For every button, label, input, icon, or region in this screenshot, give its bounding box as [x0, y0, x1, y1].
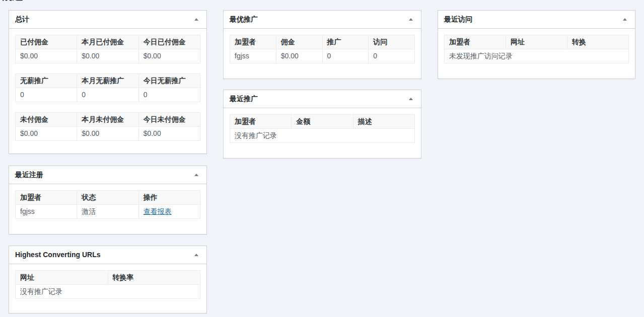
empty-state-text: 没有推广记录: [16, 285, 200, 299]
column-header: 今日未付佣金: [138, 113, 200, 127]
table-cell: $0.00: [16, 49, 77, 63]
column-header: 本月未付佣金: [77, 113, 138, 127]
table-row: fgjss 激活 查看报表: [16, 205, 200, 219]
panel-recent-registrations-header[interactable]: 最近注册: [9, 166, 206, 184]
panel-recent-registrations-body: 加盟者 状态 操作 fgjss 激活 查看报表: [9, 184, 206, 225]
table-cell: $0.00: [16, 127, 77, 141]
column-header: 加盟者: [230, 35, 276, 49]
empty-state-row: 没有推广记录: [16, 285, 200, 299]
panel-top-affiliates: 最优推广 加盟者 佣金 推广 访问 fgjss $0.00 0 0: [223, 10, 421, 79]
column-header: 加盟者: [230, 115, 292, 129]
table-cell: $0.00: [276, 49, 322, 63]
triangle-up-icon: [194, 18, 198, 21]
column-header: 操作: [138, 191, 200, 205]
empty-state-text: 没有推广记录: [230, 129, 415, 143]
panel-top-affiliates-body: 加盟者 佣金 推广 访问 fgjss $0.00 0 0: [224, 29, 421, 69]
panel-recent-registrations-title: 最近注册: [15, 170, 43, 180]
panel-highest-converting-urls-header[interactable]: Highest Converting URLs: [9, 246, 206, 264]
panel-highest-converting-urls: Highest Converting URLs 网址 转换率 没有推广记录: [9, 246, 207, 313]
collapse-toggle-button[interactable]: [190, 14, 202, 26]
empty-state-text: 未发现推广访问记录: [445, 49, 629, 63]
panel-recent-visits-header[interactable]: 最近访问: [438, 11, 635, 29]
table-row: fgjss $0.00 0 0: [230, 49, 415, 63]
panel-highest-converting-urls-title: Highest Converting URLs: [15, 250, 101, 260]
collapse-toggle-button[interactable]: [190, 249, 202, 261]
panel-recent-referrals-title: 最近推广: [230, 94, 258, 104]
panel-totals: 总计 已付佣金 本月已付佣金 今日已付佣金 $0.00 $0.00 $0.00: [9, 10, 207, 154]
column-header: 佣金: [276, 35, 322, 49]
page-title-clip: 概述: [1, 0, 36, 3]
column-header: 已付佣金: [16, 35, 77, 49]
table-row: $0.00 $0.00 $0.00: [16, 127, 200, 141]
column-header: 今日无薪推广: [138, 74, 200, 88]
column-header: 今日已付佣金: [138, 35, 200, 49]
table-cell: 0: [138, 88, 200, 102]
status-cell: 激活: [77, 205, 138, 219]
collapse-toggle-button[interactable]: [405, 93, 417, 105]
unpaid-earnings-table: 未付佣金 本月未付佣金 今日未付佣金 $0.00 $0.00 $0.00: [15, 112, 200, 141]
panel-highest-converting-urls-body: 网址 转换率 没有推广记录: [9, 264, 206, 305]
table-cell: $0.00: [77, 49, 138, 63]
triangle-up-icon: [194, 254, 198, 256]
highest-converting-urls-table: 网址 转换率 没有推广记录: [15, 270, 200, 299]
table-cell: 0: [369, 49, 415, 63]
column-header: 转换: [567, 35, 629, 49]
page-title: 概述: [1, 0, 36, 2]
table-row: 0 0 0: [16, 88, 200, 102]
column-header: 状态: [77, 191, 138, 205]
paid-earnings-table: 已付佣金 本月已付佣金 今日已付佣金 $0.00 $0.00 $0.00: [15, 35, 200, 63]
recent-registrations-table: 加盟者 状态 操作 fgjss 激活 查看报表: [15, 190, 200, 219]
table-row: $0.00 $0.00 $0.00: [16, 49, 200, 63]
top-affiliates-table: 加盟者 佣金 推广 访问 fgjss $0.00 0 0: [230, 35, 415, 63]
affiliate-name-cell: fgjss: [230, 49, 276, 63]
panel-recent-visits: 最近访问 加盟者 网址 转换 未发现推广访问记录: [438, 10, 635, 79]
table-cell: 0: [16, 88, 77, 102]
panel-recent-visits-body: 加盟者 网址 转换 未发现推广访问记录: [438, 29, 635, 69]
panel-totals-header[interactable]: 总计: [9, 11, 206, 29]
empty-state-row: 没有推广记录: [230, 129, 415, 143]
column-header: 推广: [322, 35, 369, 49]
recent-visits-table: 加盟者 网址 转换 未发现推广访问记录: [444, 35, 629, 63]
column-header: 网址: [506, 35, 567, 49]
triangle-up-icon: [194, 174, 198, 176]
table-cell: $0.00: [138, 127, 200, 141]
panel-recent-referrals: 最近推广 加盟者 金额 描述 没有推广记录: [223, 90, 421, 158]
collapse-toggle-button[interactable]: [405, 14, 417, 26]
table-cell: 0: [77, 88, 138, 102]
collapse-toggle-button[interactable]: [190, 169, 202, 181]
panel-top-affiliates-header[interactable]: 最优推广: [224, 11, 421, 29]
panel-recent-visits-title: 最近访问: [444, 15, 472, 25]
empty-state-row: 未发现推广访问记录: [445, 49, 629, 63]
panel-recent-referrals-header[interactable]: 最近推广: [224, 90, 421, 108]
panel-recent-referrals-body: 加盟者 金额 描述 没有推广记录: [224, 108, 421, 149]
column-header: 加盟者: [16, 191, 77, 205]
table-cell: $0.00: [138, 49, 200, 63]
panel-recent-registrations: 最近注册 加盟者 状态 操作 fgjss 激活 查看报表: [9, 166, 207, 234]
column-header: 金额: [292, 115, 353, 129]
panel-top-affiliates-title: 最优推广: [230, 15, 258, 25]
triangle-up-icon: [409, 98, 413, 100]
view-report-link[interactable]: 查看报表: [144, 207, 172, 215]
triangle-up-icon: [623, 18, 627, 21]
column-header: 未付佣金: [16, 113, 77, 127]
panel-totals-body: 已付佣金 本月已付佣金 今日已付佣金 $0.00 $0.00 $0.00 无薪推…: [9, 29, 206, 147]
column-header: 无薪推广: [16, 74, 77, 88]
column-header: 转换率: [108, 271, 200, 285]
unpaid-referrals-table: 无薪推广 本月无薪推广 今日无薪推广 0 0 0: [15, 73, 200, 102]
panel-totals-title: 总计: [15, 15, 29, 25]
action-cell: 查看报表: [138, 205, 200, 219]
recent-referrals-table: 加盟者 金额 描述 没有推广记录: [230, 114, 415, 143]
collapse-toggle-button[interactable]: [619, 14, 631, 26]
column-header: 访问: [369, 35, 415, 49]
table-cell: 0: [322, 49, 369, 63]
column-header: 加盟者: [445, 35, 506, 49]
table-cell: $0.00: [77, 127, 138, 141]
dashboard-overview-page: 概述 总计 已付佣金 本月已付佣金 今日已付佣金 $0.00 $0.00 $0.…: [0, 0, 644, 317]
column-header: 本月无薪推广: [77, 74, 138, 88]
triangle-up-icon: [409, 18, 413, 21]
column-header: 网址: [16, 271, 108, 285]
column-header: 本月已付佣金: [77, 35, 138, 49]
affiliate-name-cell: fgjss: [16, 205, 77, 219]
column-header: 描述: [353, 115, 414, 129]
